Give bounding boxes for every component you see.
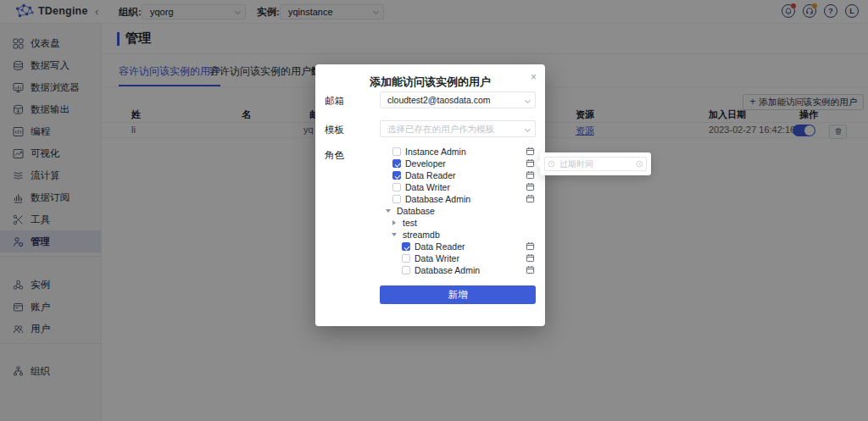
role-tree-label[interactable]: test [403, 218, 417, 228]
email-select[interactable]: cloudtest2@taosdata.com [380, 91, 536, 108]
role-checkbox[interactable] [402, 242, 410, 251]
calendar-icon[interactable] [526, 253, 535, 263]
calendar-icon[interactable] [526, 182, 535, 191]
role-tree: Instance Admin Developer Data Reader Dat… [315, 146, 545, 280]
role-tree-row: Instance Admin [315, 146, 545, 158]
role-tree-label[interactable]: Data Reader [415, 241, 465, 252]
expiry-date-popover [540, 152, 651, 175]
calendar-icon[interactable] [526, 158, 535, 168]
calendar-icon[interactable] [526, 194, 535, 203]
caret-down-icon[interactable] [390, 233, 398, 236]
role-tree-label[interactable]: Database [397, 206, 435, 216]
caret-down-icon[interactable] [384, 209, 392, 213]
role-tree-row: Data Writer [315, 181, 545, 193]
calendar-icon[interactable] [526, 147, 535, 156]
app-root: TDengine ‹ 组织: yqorg 实例: yqinstance [0, 0, 868, 421]
chevron-down-icon [525, 97, 531, 103]
role-checkbox[interactable] [402, 266, 410, 274]
role-checkbox[interactable] [392, 159, 401, 168]
role-tree-node-database: Database [315, 205, 545, 217]
role-tree-node-streamdb: streamdb [315, 229, 545, 241]
submit-button[interactable]: 新增 [380, 285, 536, 304]
expiry-time-input[interactable] [544, 157, 647, 171]
modal-title: 添加能访问该实例的用户 [315, 75, 545, 90]
role-tree-row: Database Admin [315, 193, 545, 205]
role-checkbox[interactable] [402, 254, 410, 263]
close-icon[interactable]: × [531, 71, 537, 83]
role-tree-label[interactable]: Data Writer [415, 253, 459, 263]
role-tree-label[interactable]: Data Writer [405, 182, 450, 192]
role-checkbox[interactable] [392, 147, 401, 156]
role-tree-label[interactable]: Database Admin [405, 194, 470, 204]
email-select-value: cloudtest2@taosdata.com [387, 95, 491, 105]
template-label: 模板 [325, 124, 344, 136]
role-tree-row: Data Reader [315, 241, 545, 252]
chevron-down-icon [525, 126, 531, 132]
clear-icon[interactable] [636, 160, 643, 168]
role-tree-label[interactable]: Developer [405, 158, 446, 169]
add-user-modal: 添加能访问该实例的用户 × 邮箱 cloudtest2@taosdata.com… [315, 64, 545, 326]
role-tree-label[interactable]: Database Admin [415, 265, 480, 275]
role-checkbox[interactable] [392, 171, 401, 180]
role-checkbox[interactable] [392, 195, 401, 203]
role-tree-label[interactable]: Data Reader [405, 170, 456, 180]
role-checkbox[interactable] [392, 183, 401, 191]
role-tree-label[interactable]: streamdb [403, 230, 440, 240]
calendar-icon[interactable] [526, 241, 535, 251]
role-tree-label[interactable]: Instance Admin [405, 147, 466, 157]
role-tree-row: Database Admin [315, 264, 545, 276]
role-tree-row: Developer [315, 158, 545, 169]
clock-icon [548, 160, 555, 168]
calendar-icon[interactable] [526, 265, 535, 274]
role-tree-row: Data Writer [315, 252, 545, 264]
calendar-icon[interactable] [526, 170, 535, 180]
role-tree-row: Data Reader [315, 169, 545, 181]
role-tree-node-test: test [315, 217, 545, 229]
email-label: 邮箱 [325, 95, 344, 108]
caret-right-icon[interactable] [390, 220, 398, 225]
template-placeholder: 选择已存在的用户作为模板 [387, 124, 494, 134]
template-select[interactable]: 选择已存在的用户作为模板 [380, 120, 536, 137]
